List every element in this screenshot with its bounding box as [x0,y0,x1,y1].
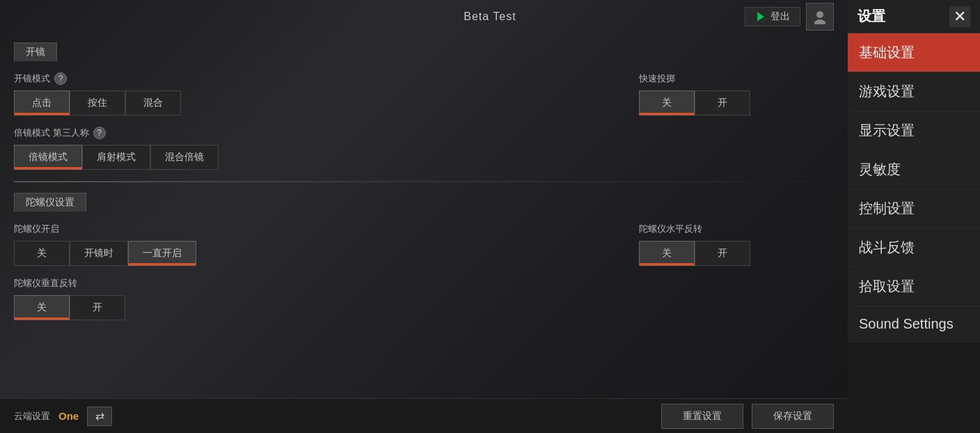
gyro-vertical-row: 陀螺仪垂直反转 关 开 [14,277,834,320]
sidebar-item-combat[interactable]: 战斗反馈 [848,228,980,267]
quick-throw-buttons: 关 开 [639,90,834,116]
main-content: 开镜 开镜模式 ? 点击 按住 混合 快速投掷 关 开 [0,33,848,433]
sidebar-item-loot[interactable]: 拾取设置 [848,267,980,306]
avatar-button[interactable] [806,3,834,31]
gyro-horizontal-label: 陀螺仪水平反转 [639,223,834,235]
sidebar: 设置 ✕ 基础设置 游戏设置 显示设置 灵敏度 控制设置 战斗反馈 拾取设置 S… [848,0,980,433]
gyro-vertical-buttons: 关 开 [14,295,834,320]
reset-button[interactable]: 重置设置 [661,404,743,429]
login-button[interactable]: 登出 [745,7,800,26]
sidebar-item-game[interactable]: 游戏设置 [848,72,980,111]
gyro-vertical-group: 陀螺仪垂直反转 关 开 [14,277,834,320]
scope-third-buttons: 倍镜模式 肩射模式 混合倍镜 [14,145,834,170]
scope-third-btn-mix[interactable]: 混合倍镜 [150,145,219,170]
gyro-enable-row: 陀螺仪开启 关 开镜时 一直开启 陀螺仪水平反转 关 开 [14,223,834,266]
save-button[interactable]: 保存设置 [752,404,834,429]
scope-mode-group: 开镜模式 ? 点击 按住 混合 [14,72,625,116]
scope-third-row: 倍镜模式 第三人称 ? 倍镜模式 肩射模式 混合倍镜 [14,127,834,170]
gyro-enable-buttons: 关 开镜时 一直开启 [14,241,625,266]
scope-tab: 开镜 [14,42,57,61]
cloud-settings-label: 云端设置 [14,410,50,423]
gyro-enable-btn-off[interactable]: 关 [14,241,70,266]
top-bar: Beta Test 登出 [0,0,980,33]
gyro-section-header: 陀螺仪设置 [14,189,834,214]
scope-section-header: 开镜 [14,39,834,64]
gyro-enable-btn-scoping[interactable]: 开镜时 [70,241,128,266]
gyro-enable-group: 陀螺仪开启 关 开镜时 一直开启 [14,223,625,266]
cloud-value: One [58,410,79,422]
gyro-vertical-btn-off[interactable]: 关 [14,295,70,320]
scope-mode-label: 开镜模式 ? [14,72,625,85]
quick-throw-btn-on[interactable]: 开 [695,90,750,116]
sidebar-item-basic[interactable]: 基础设置 [848,33,980,72]
scope-third-btn-shoulder[interactable]: 肩射模式 [82,145,150,170]
play-icon [755,11,766,22]
gyro-enable-label: 陀螺仪开启 [14,223,625,235]
gyro-horizontal-btn-off[interactable]: 关 [639,241,695,266]
scope-third-btn-scope[interactable]: 倍镜模式 [14,145,82,170]
gyro-vertical-btn-on[interactable]: 开 [70,295,125,320]
section-divider-1 [14,181,834,182]
gyro-enable-btn-always[interactable]: 一直开启 [128,241,196,266]
scope-mode-buttons: 点击 按住 混合 [14,90,625,116]
avatar-icon [812,9,828,24]
scope-mode-help-icon[interactable]: ? [54,72,67,85]
switch-icon: ⇄ [95,409,104,423]
sidebar-header: 设置 ✕ [848,0,980,33]
close-button[interactable]: ✕ [949,6,970,27]
scope-third-group: 倍镜模式 第三人称 ? 倍镜模式 肩射模式 混合倍镜 [14,127,834,170]
gyro-horizontal-btn-on[interactable]: 开 [695,241,750,266]
sidebar-item-sensitivity[interactable]: 灵敏度 [848,150,980,189]
sidebar-title: 设置 [858,7,885,26]
gyro-vertical-label: 陀螺仪垂直反转 [14,277,834,290]
scope-mode-row: 开镜模式 ? 点击 按住 混合 快速投掷 关 开 [14,72,834,116]
quick-throw-btn-off[interactable]: 关 [639,90,695,116]
gyro-horizontal-group: 陀螺仪水平反转 关 开 [639,223,834,266]
sidebar-item-control[interactable]: 控制设置 [848,189,980,228]
scope-mode-btn-click[interactable]: 点击 [14,90,70,116]
top-right-controls: 登出 [745,3,834,31]
bottom-bar: 云端设置 One ⇄ 重置设置 保存设置 [0,398,848,433]
scope-mode-btn-hold[interactable]: 按住 [70,90,125,116]
cloud-switch-button[interactable]: ⇄ [87,407,112,426]
app-title: Beta Test [464,10,516,23]
gyro-tab: 陀螺仪设置 [14,193,86,212]
sidebar-item-sound[interactable]: Sound Settings [848,306,980,343]
quick-throw-label: 快速投掷 [639,72,834,85]
gyro-horizontal-buttons: 关 开 [639,241,834,266]
sidebar-item-display[interactable]: 显示设置 [848,111,980,150]
svg-point-1 [814,19,825,24]
scope-third-label: 倍镜模式 第三人称 ? [14,127,834,139]
quick-throw-group: 快速投掷 关 开 [639,72,834,116]
scope-mode-btn-mix[interactable]: 混合 [125,90,181,116]
svg-point-0 [816,11,823,18]
login-label: 登出 [770,10,790,23]
scope-third-help-icon[interactable]: ? [93,127,106,139]
